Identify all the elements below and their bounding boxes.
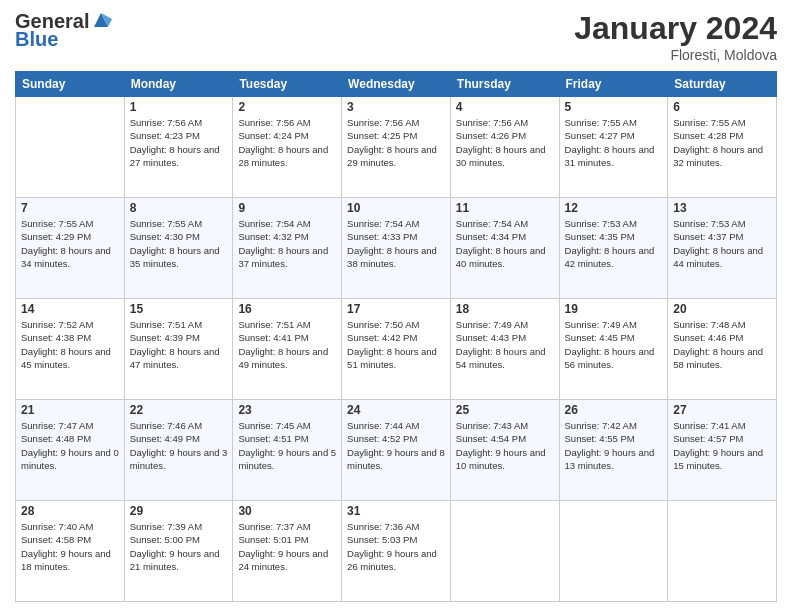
day-number: 11 — [456, 201, 554, 215]
cell-w2-d1: 15 Sunrise: 7:51 AMSunset: 4:39 PMDaylig… — [124, 299, 233, 400]
day-number: 19 — [565, 302, 663, 316]
day-number: 23 — [238, 403, 336, 417]
day-number: 2 — [238, 100, 336, 114]
calendar-table: Sunday Monday Tuesday Wednesday Thursday… — [15, 71, 777, 602]
day-number: 6 — [673, 100, 771, 114]
day-info: Sunrise: 7:41 AMSunset: 4:57 PMDaylight:… — [673, 419, 771, 472]
title-area: January 2024 Floresti, Moldova — [574, 10, 777, 63]
col-friday: Friday — [559, 72, 668, 97]
day-info: Sunrise: 7:44 AMSunset: 4:52 PMDaylight:… — [347, 419, 445, 472]
day-info: Sunrise: 7:55 AMSunset: 4:28 PMDaylight:… — [673, 116, 771, 169]
cell-w4-d1: 29 Sunrise: 7:39 AMSunset: 5:00 PMDaylig… — [124, 501, 233, 602]
day-number: 3 — [347, 100, 445, 114]
day-info: Sunrise: 7:43 AMSunset: 4:54 PMDaylight:… — [456, 419, 554, 472]
col-wednesday: Wednesday — [342, 72, 451, 97]
day-info: Sunrise: 7:45 AMSunset: 4:51 PMDaylight:… — [238, 419, 336, 472]
col-saturday: Saturday — [668, 72, 777, 97]
day-info: Sunrise: 7:55 AMSunset: 4:30 PMDaylight:… — [130, 217, 228, 270]
day-number: 30 — [238, 504, 336, 518]
day-number: 8 — [130, 201, 228, 215]
cell-w3-d0: 21 Sunrise: 7:47 AMSunset: 4:48 PMDaylig… — [16, 400, 125, 501]
cell-w1-d1: 8 Sunrise: 7:55 AMSunset: 4:30 PMDayligh… — [124, 198, 233, 299]
day-info: Sunrise: 7:55 AMSunset: 4:27 PMDaylight:… — [565, 116, 663, 169]
day-number: 13 — [673, 201, 771, 215]
logo-blue: Blue — [15, 28, 112, 50]
logo: General Blue — [15, 10, 112, 50]
day-info: Sunrise: 7:37 AMSunset: 5:01 PMDaylight:… — [238, 520, 336, 573]
location: Floresti, Moldova — [574, 47, 777, 63]
cell-w0-d3: 3 Sunrise: 7:56 AMSunset: 4:25 PMDayligh… — [342, 97, 451, 198]
day-info: Sunrise: 7:52 AMSunset: 4:38 PMDaylight:… — [21, 318, 119, 371]
col-tuesday: Tuesday — [233, 72, 342, 97]
cell-w2-d4: 18 Sunrise: 7:49 AMSunset: 4:43 PMDaylig… — [450, 299, 559, 400]
cell-w2-d6: 20 Sunrise: 7:48 AMSunset: 4:46 PMDaylig… — [668, 299, 777, 400]
day-info: Sunrise: 7:54 AMSunset: 4:34 PMDaylight:… — [456, 217, 554, 270]
cell-w4-d0: 28 Sunrise: 7:40 AMSunset: 4:58 PMDaylig… — [16, 501, 125, 602]
cell-w3-d6: 27 Sunrise: 7:41 AMSunset: 4:57 PMDaylig… — [668, 400, 777, 501]
col-monday: Monday — [124, 72, 233, 97]
week-row-1: 1 Sunrise: 7:56 AMSunset: 4:23 PMDayligh… — [16, 97, 777, 198]
cell-w3-d1: 22 Sunrise: 7:46 AMSunset: 4:49 PMDaylig… — [124, 400, 233, 501]
header-row: Sunday Monday Tuesday Wednesday Thursday… — [16, 72, 777, 97]
day-info: Sunrise: 7:39 AMSunset: 5:00 PMDaylight:… — [130, 520, 228, 573]
day-number: 10 — [347, 201, 445, 215]
day-number: 12 — [565, 201, 663, 215]
day-number: 28 — [21, 504, 119, 518]
logo-text: General Blue — [15, 10, 112, 50]
day-info: Sunrise: 7:48 AMSunset: 4:46 PMDaylight:… — [673, 318, 771, 371]
cell-w2-d2: 16 Sunrise: 7:51 AMSunset: 4:41 PMDaylig… — [233, 299, 342, 400]
cell-w3-d2: 23 Sunrise: 7:45 AMSunset: 4:51 PMDaylig… — [233, 400, 342, 501]
day-info: Sunrise: 7:56 AMSunset: 4:26 PMDaylight:… — [456, 116, 554, 169]
day-number: 4 — [456, 100, 554, 114]
week-row-5: 28 Sunrise: 7:40 AMSunset: 4:58 PMDaylig… — [16, 501, 777, 602]
cell-w0-d0 — [16, 97, 125, 198]
cell-w1-d4: 11 Sunrise: 7:54 AMSunset: 4:34 PMDaylig… — [450, 198, 559, 299]
cell-w3-d3: 24 Sunrise: 7:44 AMSunset: 4:52 PMDaylig… — [342, 400, 451, 501]
day-number: 22 — [130, 403, 228, 417]
cell-w3-d4: 25 Sunrise: 7:43 AMSunset: 4:54 PMDaylig… — [450, 400, 559, 501]
day-number: 27 — [673, 403, 771, 417]
cell-w1-d2: 9 Sunrise: 7:54 AMSunset: 4:32 PMDayligh… — [233, 198, 342, 299]
cell-w4-d6 — [668, 501, 777, 602]
day-number: 24 — [347, 403, 445, 417]
cell-w0-d6: 6 Sunrise: 7:55 AMSunset: 4:28 PMDayligh… — [668, 97, 777, 198]
col-thursday: Thursday — [450, 72, 559, 97]
day-number: 25 — [456, 403, 554, 417]
day-number: 26 — [565, 403, 663, 417]
header: General Blue January 2024 Floresti, Mold… — [15, 10, 777, 63]
cell-w0-d4: 4 Sunrise: 7:56 AMSunset: 4:26 PMDayligh… — [450, 97, 559, 198]
cell-w4-d5 — [559, 501, 668, 602]
cell-w2-d3: 17 Sunrise: 7:50 AMSunset: 4:42 PMDaylig… — [342, 299, 451, 400]
cell-w1-d6: 13 Sunrise: 7:53 AMSunset: 4:37 PMDaylig… — [668, 198, 777, 299]
day-info: Sunrise: 7:55 AMSunset: 4:29 PMDaylight:… — [21, 217, 119, 270]
day-info: Sunrise: 7:49 AMSunset: 4:43 PMDaylight:… — [456, 318, 554, 371]
day-info: Sunrise: 7:56 AMSunset: 4:25 PMDaylight:… — [347, 116, 445, 169]
day-info: Sunrise: 7:51 AMSunset: 4:39 PMDaylight:… — [130, 318, 228, 371]
day-number: 21 — [21, 403, 119, 417]
month-title: January 2024 — [574, 10, 777, 47]
week-row-4: 21 Sunrise: 7:47 AMSunset: 4:48 PMDaylig… — [16, 400, 777, 501]
day-info: Sunrise: 7:54 AMSunset: 4:33 PMDaylight:… — [347, 217, 445, 270]
day-info: Sunrise: 7:50 AMSunset: 4:42 PMDaylight:… — [347, 318, 445, 371]
cell-w2-d0: 14 Sunrise: 7:52 AMSunset: 4:38 PMDaylig… — [16, 299, 125, 400]
day-number: 9 — [238, 201, 336, 215]
cell-w1-d5: 12 Sunrise: 7:53 AMSunset: 4:35 PMDaylig… — [559, 198, 668, 299]
cell-w1-d3: 10 Sunrise: 7:54 AMSunset: 4:33 PMDaylig… — [342, 198, 451, 299]
col-sunday: Sunday — [16, 72, 125, 97]
day-info: Sunrise: 7:53 AMSunset: 4:37 PMDaylight:… — [673, 217, 771, 270]
day-number: 15 — [130, 302, 228, 316]
day-info: Sunrise: 7:46 AMSunset: 4:49 PMDaylight:… — [130, 419, 228, 472]
cell-w0-d2: 2 Sunrise: 7:56 AMSunset: 4:24 PMDayligh… — [233, 97, 342, 198]
cell-w4-d3: 31 Sunrise: 7:36 AMSunset: 5:03 PMDaylig… — [342, 501, 451, 602]
day-number: 5 — [565, 100, 663, 114]
day-number: 29 — [130, 504, 228, 518]
cell-w3-d5: 26 Sunrise: 7:42 AMSunset: 4:55 PMDaylig… — [559, 400, 668, 501]
day-info: Sunrise: 7:51 AMSunset: 4:41 PMDaylight:… — [238, 318, 336, 371]
day-info: Sunrise: 7:47 AMSunset: 4:48 PMDaylight:… — [21, 419, 119, 472]
day-info: Sunrise: 7:49 AMSunset: 4:45 PMDaylight:… — [565, 318, 663, 371]
page: General Blue January 2024 Floresti, Mold… — [0, 0, 792, 612]
cell-w4-d2: 30 Sunrise: 7:37 AMSunset: 5:01 PMDaylig… — [233, 501, 342, 602]
cell-w4-d4 — [450, 501, 559, 602]
day-number: 1 — [130, 100, 228, 114]
day-number: 31 — [347, 504, 445, 518]
